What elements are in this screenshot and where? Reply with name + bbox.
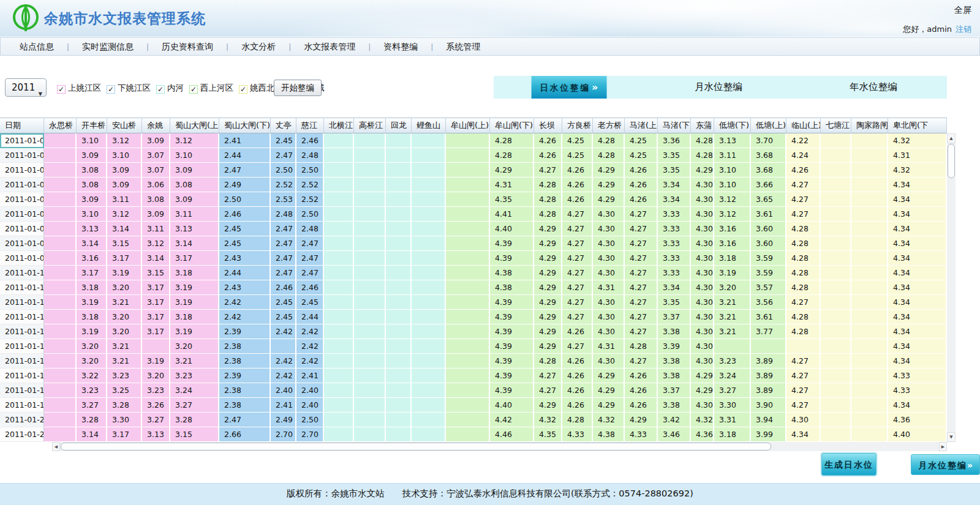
value-cell[interactable]: 3.19 xyxy=(107,266,142,280)
value-cell[interactable]: 4.27 xyxy=(562,310,593,324)
value-cell[interactable] xyxy=(386,310,412,324)
value-cell[interactable]: 3.35 xyxy=(658,295,691,310)
value-cell[interactable] xyxy=(354,133,386,148)
value-cell[interactable]: 3.34 xyxy=(658,192,691,207)
value-cell[interactable]: 4.32 xyxy=(888,163,947,178)
value-cell[interactable] xyxy=(44,310,77,324)
value-cell[interactable]: 3.16 xyxy=(714,222,751,236)
value-cell[interactable]: 2.42 xyxy=(219,310,271,324)
value-cell[interactable]: 4.30 xyxy=(691,295,714,310)
value-cell[interactable] xyxy=(324,413,354,427)
value-cell[interactable]: 3.20 xyxy=(170,339,219,354)
value-cell[interactable] xyxy=(386,163,412,178)
value-cell[interactable]: 3.06 xyxy=(142,178,170,192)
value-cell[interactable]: 3.61 xyxy=(751,310,786,324)
value-cell[interactable]: 4.29 xyxy=(593,368,625,383)
value-cell[interactable]: 3.34 xyxy=(658,178,691,192)
value-cell[interactable]: 2.46 xyxy=(296,280,324,295)
date-cell[interactable]: 2011-01-15 xyxy=(0,339,44,354)
value-cell[interactable]: 2.40 xyxy=(271,383,296,398)
checkbox-icon[interactable]: ✓ xyxy=(57,85,66,94)
value-cell[interactable]: 3.19 xyxy=(714,266,751,280)
value-cell[interactable] xyxy=(324,280,354,295)
value-cell[interactable]: 4.26 xyxy=(534,148,562,163)
value-cell[interactable]: 4.30 xyxy=(691,280,714,295)
value-cell[interactable]: 4.31 xyxy=(490,178,534,192)
value-cell[interactable]: 4.28 xyxy=(786,310,821,324)
value-cell[interactable]: 3.11 xyxy=(714,148,751,163)
scroll-right-icon[interactable]: ▶ xyxy=(939,442,947,451)
value-cell[interactable]: 3.16 xyxy=(77,251,107,266)
scroll-left-icon[interactable]: ◀ xyxy=(52,442,60,451)
value-cell[interactable]: 3.57 xyxy=(751,280,786,295)
date-cell[interactable]: 2011-01-01 xyxy=(0,133,44,148)
date-cell[interactable]: 2011-01-20 xyxy=(0,413,44,427)
value-cell[interactable]: 3.94 xyxy=(751,413,786,427)
value-cell[interactable]: 4.39 xyxy=(490,251,534,266)
value-cell[interactable] xyxy=(324,178,354,192)
logout-link[interactable]: 注销 xyxy=(956,24,971,34)
value-cell[interactable]: 2.39 xyxy=(219,368,271,383)
value-cell[interactable]: 3.77 xyxy=(751,324,786,339)
value-cell[interactable] xyxy=(386,280,412,295)
value-cell[interactable]: 3.08 xyxy=(77,163,107,178)
value-cell[interactable]: 3.66 xyxy=(751,178,786,192)
value-cell[interactable]: 2.50 xyxy=(296,413,324,427)
value-cell[interactable]: 3.13 xyxy=(170,222,219,236)
value-cell[interactable] xyxy=(821,324,851,339)
value-cell[interactable]: 4.25 xyxy=(562,148,593,163)
value-cell[interactable]: 4.39 xyxy=(490,354,534,368)
value-cell[interactable]: 3.07 xyxy=(142,163,170,178)
value-cell[interactable] xyxy=(446,354,490,368)
value-cell[interactable] xyxy=(412,324,446,339)
value-cell[interactable]: 4.26 xyxy=(562,178,593,192)
value-cell[interactable]: 3.20 xyxy=(77,339,107,354)
value-cell[interactable]: 3.13 xyxy=(142,427,170,442)
value-cell[interactable] xyxy=(446,192,490,207)
value-cell[interactable]: 3.36 xyxy=(658,133,691,148)
tab-3[interactable]: 年水位整编 xyxy=(841,76,906,99)
date-cell[interactable]: 2011-01-19 xyxy=(0,398,44,413)
value-cell[interactable]: 3.09 xyxy=(107,178,142,192)
value-cell[interactable]: 3.14 xyxy=(170,236,219,251)
value-cell[interactable] xyxy=(851,339,888,354)
value-cell[interactable]: 4.27 xyxy=(625,266,658,280)
value-cell[interactable]: 4.27 xyxy=(625,324,658,339)
value-cell[interactable]: 3.13 xyxy=(77,222,107,236)
value-cell[interactable]: 2.42 xyxy=(271,368,296,383)
value-cell[interactable]: 2.43 xyxy=(219,280,271,295)
value-cell[interactable]: 4.30 xyxy=(786,413,821,427)
value-cell[interactable]: 4.30 xyxy=(691,236,714,251)
value-cell[interactable]: 2.47 xyxy=(296,251,324,266)
value-cell[interactable]: 3.33 xyxy=(658,207,691,222)
value-cell[interactable] xyxy=(851,398,888,413)
value-cell[interactable] xyxy=(324,236,354,251)
value-cell[interactable]: 4.27 xyxy=(786,383,821,398)
value-cell[interactable]: 3.18 xyxy=(170,266,219,280)
value-cell[interactable]: 3.15 xyxy=(142,266,170,280)
date-cell[interactable]: 2011-01-03 xyxy=(0,163,44,178)
year-select[interactable]: 2011 ▼ xyxy=(5,78,47,97)
value-cell[interactable]: 4.24 xyxy=(786,148,821,163)
value-cell[interactable]: 2.70 xyxy=(296,427,324,442)
region-checkbox-3[interactable]: ✓内河 xyxy=(156,80,184,95)
date-cell[interactable]: 2011-01-17 xyxy=(0,368,44,383)
value-cell[interactable]: 3.23 xyxy=(714,354,751,368)
value-cell[interactable] xyxy=(324,354,354,368)
value-cell[interactable] xyxy=(851,133,888,148)
value-cell[interactable]: 4.40 xyxy=(490,222,534,236)
value-cell[interactable]: 3.30 xyxy=(714,398,751,413)
value-cell[interactable]: 2.53 xyxy=(271,192,296,207)
value-cell[interactable] xyxy=(44,339,77,354)
value-cell[interactable]: 4.22 xyxy=(786,133,821,148)
value-cell[interactable]: 4.41 xyxy=(490,207,534,222)
value-cell[interactable] xyxy=(412,251,446,266)
value-cell[interactable]: 3.10 xyxy=(77,133,107,148)
tab-1[interactable]: 日水位整编» xyxy=(532,76,607,99)
value-cell[interactable] xyxy=(446,295,490,310)
value-cell[interactable]: 2.40 xyxy=(296,383,324,398)
value-cell[interactable] xyxy=(446,266,490,280)
value-cell[interactable]: 4.28 xyxy=(786,324,821,339)
value-cell[interactable] xyxy=(412,178,446,192)
value-cell[interactable]: 4.27 xyxy=(562,236,593,251)
